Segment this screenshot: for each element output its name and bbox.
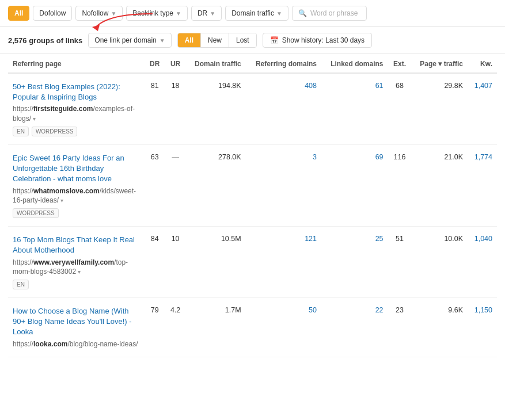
cell-linked-domains-1[interactable]: 61 [321,73,388,144]
dr-dropdown-arrow: ▼ [210,10,215,17]
url-dropdown-1[interactable]: ▾ [31,116,36,122]
table-row: 16 Top Mom Blogs That Keep It Real About… [8,227,497,298]
col-header-referring-domains: Referring domains [246,54,321,73]
cell-page-traffic-1: 29.8K [411,73,468,144]
domain-traffic-dropdown-arrow: ▼ [276,10,282,17]
table-row: 50+ Best Blog Examples (2022): Popular &… [8,73,497,144]
cell-referring-domains-4[interactable]: 50 [246,298,321,357]
cell-dr-2: 63 [145,144,165,226]
cell-kw-1[interactable]: 1,407 [468,73,497,144]
page-title-link-3[interactable]: 16 Top Mom Blogs That Keep It Real About… [13,235,135,254]
tags-3: EN [13,280,140,289]
cell-domain-traffic-1: 194.8K [186,73,246,144]
col-header-ur: UR [165,54,186,73]
col-header-ext: Ext. [388,54,412,73]
search-icon: 🔍 [298,9,307,17]
cell-referring-page-2: Epic Sweet 16 Party Ideas For an Unforge… [8,144,145,226]
cell-referring-page-4: How to Choose a Blog Name (With 90+ Blog… [8,298,145,357]
filter-dr-label: DR [198,9,207,17]
tags-1: ENWORDPRESS [13,127,140,136]
col-header-page-traffic[interactable]: Page ▾ traffic [411,54,468,73]
calendar-icon: 📅 [270,36,279,44]
cell-ext-2: 116 [388,144,412,226]
tag-wordpress: WORDPRESS [13,208,59,218]
col-header-kw: Kw. [468,54,497,73]
cell-referring-page-1: 50+ Best Blog Examples (2022): Popular &… [8,73,145,144]
cell-kw-2[interactable]: 1,774 [468,144,497,226]
cell-page-traffic-2: 21.0K [411,144,468,226]
col-header-linked-domains: Linked domains [321,54,388,73]
filter-bar: All Dofollow Nofollow ▼ Backlink type ▼ … [0,0,505,27]
col-header-referring-page: Referring page [8,54,145,73]
tag-en: EN [13,127,29,136]
cell-domain-traffic-2: 278.0K [186,144,246,226]
cell-ext-3: 51 [388,227,412,298]
cell-dr-1: 81 [145,73,165,144]
tag-en: EN [13,280,29,289]
backlink-dropdown-arrow: ▼ [176,10,181,17]
red-arrow-annotation [89,11,158,34]
cell-dr-3: 84 [145,227,165,298]
page-title-link-1[interactable]: 50+ Best Blog Examples (2022): Popular &… [13,82,120,101]
cell-linked-domains-2[interactable]: 69 [321,144,388,226]
filter-domain-traffic-btn[interactable]: Domain traffic ▼ [225,6,288,21]
cell-kw-3[interactable]: 1,040 [468,227,497,298]
table-header-row: Referring page DR UR Domain traffic Refe… [8,54,497,73]
filter-dofollow-btn[interactable]: Dofollow [33,6,72,21]
col-header-dr: DR [145,54,165,73]
sub-filter-bar: 2,576 groups of links One link per domai… [0,27,505,54]
svg-marker-0 [92,25,100,31]
cell-ur-3: 10 [165,227,186,298]
page-url-2: https://whatmomslove.com/kids/sweet-16-p… [13,186,140,206]
cell-referring-domains-1[interactable]: 408 [246,73,321,144]
cell-ext-4: 23 [388,298,412,357]
page-url-4: https://looka.com/blog/blog-name-ideas/ [13,339,140,349]
cell-referring-domains-3[interactable]: 121 [246,227,321,298]
filter-dr-btn[interactable]: DR ▼ [191,6,222,21]
cell-domain-traffic-3: 10.5M [186,227,246,298]
cell-linked-domains-4[interactable]: 22 [321,298,388,357]
show-history-btn[interactable]: 📅 Show history: Last 30 days [263,33,372,48]
cell-referring-page-3: 16 Top Mom Blogs That Keep It Real About… [8,227,145,298]
cell-ur-4: 4.2 [165,298,186,357]
cell-domain-traffic-4: 1.7M [186,298,246,357]
tag-wordpress: WORDPRESS [32,127,78,136]
groups-count: 2,576 groups of links [8,36,82,45]
new-btn[interactable]: New [201,33,229,47]
search-placeholder: Word or phrase [310,9,358,17]
lost-btn[interactable]: Lost [229,33,256,47]
page-title-link-2[interactable]: Epic Sweet 16 Party Ideas For an Unforge… [13,154,124,183]
search-box[interactable]: 🔍 Word or phrase [292,6,367,21]
table-row: How to Choose a Blog Name (With 90+ Blog… [8,298,497,357]
results-table: Referring page DR UR Domain traffic Refe… [8,54,497,357]
cell-referring-domains-2[interactable]: 3 [246,144,321,226]
page-url-1: https://firstsiteguide.com/examples-of-b… [13,104,140,124]
show-history-label: Show history: Last 30 days [282,36,364,44]
cell-ur-2: — [165,144,186,226]
table-wrap: Referring page DR UR Domain traffic Refe… [0,54,505,357]
tags-2: WORDPRESS [13,208,140,218]
col-header-domain-traffic: Domain traffic [186,54,246,73]
page-title-link-4[interactable]: How to Choose a Blog Name (With 90+ Blog… [13,307,132,336]
all-new-lost-group: All New Lost [177,33,257,48]
link-per-domain-arrow: ▼ [160,37,165,44]
page-url-3: https://www.verywellfamily.com/top-mom-b… [13,258,140,277]
url-dropdown-3[interactable]: ▾ [76,269,81,275]
cell-ur-1: 18 [165,73,186,144]
cell-ext-1: 68 [388,73,412,144]
link-per-domain-btn[interactable]: One link per domain ▼ [88,33,171,48]
link-per-domain-label: One link per domain [94,36,156,44]
table-row: Epic Sweet 16 Party Ideas For an Unforge… [8,144,497,226]
cell-linked-domains-3[interactable]: 25 [321,227,388,298]
filter-all-btn[interactable]: All [8,6,29,21]
all-btn[interactable]: All [178,33,201,47]
cell-dr-4: 79 [145,298,165,357]
cell-kw-4[interactable]: 1,150 [468,298,497,357]
filter-domain-traffic-label: Domain traffic [231,9,274,17]
cell-page-traffic-3: 10.0K [411,227,468,298]
cell-page-traffic-4: 9.6K [411,298,468,357]
url-dropdown-2[interactable]: ▾ [59,197,63,204]
